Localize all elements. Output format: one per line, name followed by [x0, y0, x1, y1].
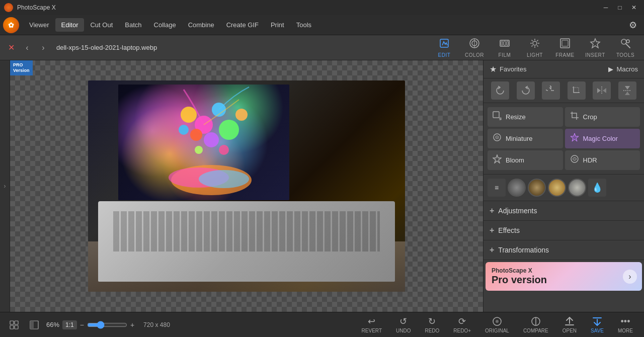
redo-button[interactable]: ↻ REDO: [420, 314, 444, 335]
filter-warm-button[interactable]: [548, 179, 566, 197]
rotate-cw-button[interactable]: [517, 81, 535, 100]
tool-film[interactable]: FILM: [490, 36, 519, 59]
zoom-out-button[interactable]: −: [80, 321, 84, 329]
filter-cool-button[interactable]: [568, 179, 586, 197]
save-icon: [592, 316, 603, 327]
compare-button[interactable]: COMPARE: [518, 314, 553, 335]
bloom-button[interactable]: Bloom: [488, 150, 563, 170]
filter-bw-button[interactable]: [508, 179, 526, 197]
left-panel-toggle[interactable]: ›: [0, 60, 10, 312]
tool-edit[interactable]: EDIT: [430, 36, 459, 59]
transformations-header[interactable]: + Transformations: [484, 240, 644, 260]
menu-item-editor[interactable]: Editor: [55, 18, 85, 32]
filter-sepia-button[interactable]: [528, 179, 546, 197]
magic-color-button[interactable]: Magic Color: [565, 129, 640, 148]
split-view-button[interactable]: [26, 317, 42, 333]
color-label: COLOR: [465, 52, 484, 58]
close-file-button[interactable]: ✕: [4, 41, 18, 55]
window-controls: ─ □ ✕: [600, 3, 640, 12]
menu-item-cutout[interactable]: Cut Out: [84, 18, 119, 32]
filter-drop-button[interactable]: 💧: [588, 179, 606, 197]
redo-label: REDO: [425, 328, 439, 333]
app-logo: ✿: [3, 17, 19, 33]
tool-tools[interactable]: TOOLS: [611, 36, 640, 59]
tools-icon: [620, 38, 631, 51]
transformations-plus-icon: +: [490, 245, 494, 255]
undo-button[interactable]: ↺ UNDO: [391, 314, 416, 335]
hdr-label: HDR: [583, 156, 597, 164]
zoom-in-button[interactable]: +: [130, 321, 134, 329]
svg-rect-18: [562, 40, 568, 46]
menu-item-viewer[interactable]: Viewer: [23, 18, 55, 32]
resize-label: Resize: [506, 113, 526, 121]
svg-point-25: [219, 120, 239, 140]
prev-file-button[interactable]: ‹: [20, 41, 34, 55]
redo-plus-button[interactable]: ⟳ REDO+: [448, 314, 476, 335]
adjustments-header[interactable]: + Adjustments: [484, 201, 644, 220]
pro-app-name: PhotoScape X: [492, 267, 636, 274]
tool-insert[interactable]: INSERT: [581, 36, 610, 59]
pro-banner[interactable]: PhotoScape X Pro version ›: [486, 262, 642, 291]
more-label: MORE: [618, 328, 633, 333]
pro-banner-arrow[interactable]: ›: [623, 270, 637, 284]
miniature-icon: [493, 133, 502, 144]
rotate-ccw-button[interactable]: [491, 81, 509, 100]
effects-header[interactable]: + Effects: [484, 221, 644, 240]
filter-lines-button[interactable]: ≡: [488, 179, 506, 197]
svg-point-27: [204, 132, 219, 147]
hdr-icon: [570, 154, 579, 166]
light-icon: [529, 38, 540, 51]
titlebar: PhotoScape X ─ □ ✕: [0, 0, 644, 15]
close-button[interactable]: ✕: [628, 3, 640, 12]
laptop-keyboard: [113, 211, 380, 251]
svg-point-29: [235, 109, 248, 121]
menu-item-tools[interactable]: Tools: [290, 18, 317, 32]
menu-item-creategif[interactable]: Create GIF: [220, 18, 265, 32]
favorites-button[interactable]: ★ Favorites: [490, 64, 526, 74]
next-file-button[interactable]: ›: [36, 41, 50, 55]
tool-frame[interactable]: FRAME: [550, 36, 580, 59]
flip-v-button[interactable]: [618, 81, 636, 100]
effects-plus-icon: +: [490, 226, 494, 235]
film-icon: [499, 38, 510, 51]
svg-point-34: [199, 170, 249, 188]
flip-h-button[interactable]: [593, 81, 611, 100]
bottombar: 66% 1:1 − + 720 x 480 ↩ REVERT ↺ UNDO ↻ …: [0, 312, 644, 337]
resize-button[interactable]: Resize: [488, 107, 563, 127]
original-button[interactable]: ORIGINAL: [480, 314, 514, 335]
minimize-button[interactable]: ─: [600, 3, 612, 12]
menu-item-collage[interactable]: Collage: [148, 18, 182, 32]
grid-view-button[interactable]: [6, 317, 22, 333]
redo-plus-label: REDO+: [453, 328, 471, 333]
zoom-slider[interactable]: [87, 321, 127, 329]
right-panel: ★ Favorites ▶ Macros: [483, 60, 644, 312]
settings-icon[interactable]: ⚙: [625, 17, 641, 33]
toolbar: ✕ ‹ › dell-xps-15-oled-2021-laptop.webp …: [0, 35, 644, 60]
revert-button[interactable]: ↩ REVERT: [357, 314, 387, 335]
revert-icon: ↩: [368, 316, 375, 327]
crop-button[interactable]: Crop: [565, 107, 640, 127]
open-label: OPEN: [562, 328, 577, 333]
menu-item-combine[interactable]: Combine: [182, 18, 220, 32]
more-button[interactable]: ••• MORE: [613, 314, 638, 335]
miniature-button[interactable]: Miniature: [488, 129, 563, 148]
svg-rect-48: [15, 325, 18, 329]
svg-point-24: [181, 107, 197, 123]
maximize-button[interactable]: □: [614, 3, 626, 12]
svg-rect-5: [501, 41, 503, 45]
tool-color[interactable]: COLOR: [460, 36, 489, 59]
save-button[interactable]: SAVE: [586, 314, 609, 335]
menu-item-batch[interactable]: Batch: [119, 18, 147, 32]
macros-button[interactable]: ▶ Macros: [608, 65, 638, 73]
resize-icon: [493, 111, 502, 123]
rotate-180-button[interactable]: [542, 81, 560, 100]
menu-item-print[interactable]: Print: [265, 18, 290, 32]
hdr-button[interactable]: HDR: [565, 150, 640, 170]
tool-light[interactable]: LIGHT: [520, 36, 549, 59]
crop-icon: [570, 111, 579, 123]
zoom-ratio[interactable]: 1:1: [62, 320, 77, 329]
open-button[interactable]: OPEN: [557, 314, 582, 335]
crop-transform-button[interactable]: [568, 81, 586, 100]
frame-label: FRAME: [555, 52, 575, 58]
filename-label: dell-xps-15-oled-2021-laptop.webp: [56, 44, 157, 51]
